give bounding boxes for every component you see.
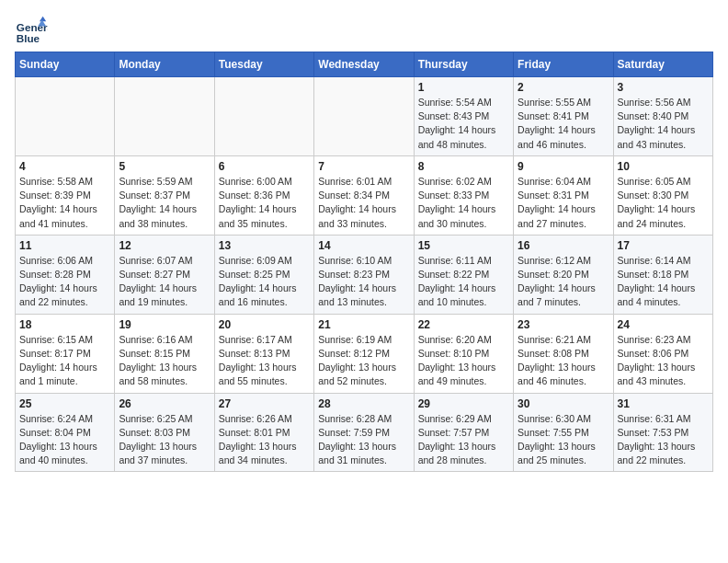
day-number: 23 — [518, 318, 609, 331]
weekday-header-friday: Friday — [514, 52, 613, 77]
calendar-cell: 23Sunrise: 6:21 AM Sunset: 8:08 PM Dayli… — [514, 314, 613, 393]
day-info: Sunrise: 6:00 AM Sunset: 8:36 PM Dayligh… — [219, 175, 310, 231]
day-number: 2 — [518, 81, 609, 94]
calendar-cell: 7Sunrise: 6:01 AM Sunset: 8:34 PM Daylig… — [314, 155, 414, 235]
day-info: Sunrise: 6:06 AM Sunset: 8:28 PM Dayligh… — [19, 254, 110, 310]
day-info: Sunrise: 6:20 AM Sunset: 8:10 PM Dayligh… — [418, 333, 509, 389]
day-number: 21 — [318, 318, 409, 331]
header: General Blue — [15, 15, 713, 48]
calendar-cell: 18Sunrise: 6:15 AM Sunset: 8:17 PM Dayli… — [16, 314, 115, 393]
day-number: 8 — [418, 160, 509, 173]
day-number: 30 — [518, 397, 609, 410]
day-number: 6 — [219, 160, 310, 173]
svg-text:Blue: Blue — [17, 32, 40, 44]
day-number: 22 — [418, 318, 509, 331]
day-number: 4 — [19, 160, 110, 173]
day-number: 31 — [618, 397, 709, 410]
calendar-cell: 13Sunrise: 6:09 AM Sunset: 8:25 PM Dayli… — [214, 235, 313, 314]
day-info: Sunrise: 6:26 AM Sunset: 8:01 PM Dayligh… — [219, 412, 310, 468]
weekday-header-monday: Monday — [115, 52, 214, 77]
day-number: 17 — [618, 239, 709, 252]
weekday-header-saturday: Saturday — [613, 52, 712, 77]
day-info: Sunrise: 6:19 AM Sunset: 8:12 PM Dayligh… — [318, 333, 409, 389]
calendar-cell: 2Sunrise: 5:55 AM Sunset: 8:41 PM Daylig… — [514, 77, 613, 156]
day-number: 12 — [119, 239, 210, 252]
day-info: Sunrise: 6:10 AM Sunset: 8:23 PM Dayligh… — [318, 254, 409, 310]
weekday-header-sunday: Sunday — [16, 52, 115, 77]
day-info: Sunrise: 6:04 AM Sunset: 8:31 PM Dayligh… — [518, 175, 609, 231]
day-number: 18 — [19, 318, 110, 331]
calendar-week-row: 18Sunrise: 6:15 AM Sunset: 8:17 PM Dayli… — [16, 314, 713, 393]
calendar-cell: 21Sunrise: 6:19 AM Sunset: 8:12 PM Dayli… — [314, 314, 414, 393]
day-number: 9 — [518, 160, 609, 173]
day-info: Sunrise: 6:12 AM Sunset: 8:20 PM Dayligh… — [518, 254, 609, 310]
calendar-cell: 4Sunrise: 5:58 AM Sunset: 8:39 PM Daylig… — [16, 155, 115, 235]
day-info: Sunrise: 6:01 AM Sunset: 8:34 PM Dayligh… — [318, 175, 409, 231]
calendar-cell: 16Sunrise: 6:12 AM Sunset: 8:20 PM Dayli… — [514, 235, 613, 314]
day-info: Sunrise: 6:25 AM Sunset: 8:03 PM Dayligh… — [119, 412, 210, 468]
day-info: Sunrise: 5:54 AM Sunset: 8:43 PM Dayligh… — [418, 96, 509, 152]
day-info: Sunrise: 6:30 AM Sunset: 7:55 PM Dayligh… — [518, 412, 609, 468]
calendar-cell: 11Sunrise: 6:06 AM Sunset: 8:28 PM Dayli… — [16, 235, 115, 314]
calendar-cell: 29Sunrise: 6:29 AM Sunset: 7:57 PM Dayli… — [414, 393, 513, 472]
day-number: 5 — [119, 160, 210, 173]
day-info: Sunrise: 6:09 AM Sunset: 8:25 PM Dayligh… — [219, 254, 310, 310]
day-info: Sunrise: 6:16 AM Sunset: 8:15 PM Dayligh… — [119, 333, 210, 389]
day-info: Sunrise: 6:15 AM Sunset: 8:17 PM Dayligh… — [19, 333, 110, 389]
calendar-cell: 31Sunrise: 6:31 AM Sunset: 7:53 PM Dayli… — [613, 393, 712, 472]
calendar-cell: 9Sunrise: 6:04 AM Sunset: 8:31 PM Daylig… — [514, 155, 613, 235]
day-info: Sunrise: 5:56 AM Sunset: 8:40 PM Dayligh… — [618, 96, 709, 152]
calendar-week-row: 1Sunrise: 5:54 AM Sunset: 8:43 PM Daylig… — [16, 77, 713, 156]
calendar-cell: 6Sunrise: 6:00 AM Sunset: 8:36 PM Daylig… — [214, 155, 313, 235]
day-number: 10 — [618, 160, 709, 173]
weekday-header-thursday: Thursday — [414, 52, 513, 77]
day-number: 24 — [618, 318, 709, 331]
day-info: Sunrise: 6:31 AM Sunset: 7:53 PM Dayligh… — [618, 412, 709, 468]
day-info: Sunrise: 6:05 AM Sunset: 8:30 PM Dayligh… — [618, 175, 709, 231]
day-number: 27 — [219, 397, 310, 410]
day-number: 3 — [618, 81, 709, 94]
calendar-cell — [16, 77, 115, 156]
day-info: Sunrise: 6:23 AM Sunset: 8:06 PM Dayligh… — [618, 333, 709, 389]
calendar-cell: 20Sunrise: 6:17 AM Sunset: 8:13 PM Dayli… — [214, 314, 313, 393]
day-number: 15 — [418, 239, 509, 252]
day-info: Sunrise: 5:58 AM Sunset: 8:39 PM Dayligh… — [19, 175, 110, 231]
day-number: 14 — [318, 239, 409, 252]
calendar-week-row: 25Sunrise: 6:24 AM Sunset: 8:04 PM Dayli… — [16, 393, 713, 472]
day-number: 11 — [19, 239, 110, 252]
logo-icon: General Blue — [15, 15, 48, 48]
calendar-cell: 12Sunrise: 6:07 AM Sunset: 8:27 PM Dayli… — [115, 235, 214, 314]
calendar-cell: 27Sunrise: 6:26 AM Sunset: 8:01 PM Dayli… — [214, 393, 313, 472]
day-number: 19 — [119, 318, 210, 331]
calendar-week-row: 4Sunrise: 5:58 AM Sunset: 8:39 PM Daylig… — [16, 155, 713, 235]
calendar-cell: 1Sunrise: 5:54 AM Sunset: 8:43 PM Daylig… — [414, 77, 513, 156]
calendar-cell: 26Sunrise: 6:25 AM Sunset: 8:03 PM Dayli… — [115, 393, 214, 472]
calendar-cell: 19Sunrise: 6:16 AM Sunset: 8:15 PM Dayli… — [115, 314, 214, 393]
day-info: Sunrise: 6:14 AM Sunset: 8:18 PM Dayligh… — [618, 254, 709, 310]
day-number: 26 — [119, 397, 210, 410]
calendar-cell: 8Sunrise: 6:02 AM Sunset: 8:33 PM Daylig… — [414, 155, 513, 235]
weekday-header-tuesday: Tuesday — [214, 52, 313, 77]
calendar-week-row: 11Sunrise: 6:06 AM Sunset: 8:28 PM Dayli… — [16, 235, 713, 314]
day-info: Sunrise: 5:59 AM Sunset: 8:37 PM Dayligh… — [119, 175, 210, 231]
calendar-cell: 25Sunrise: 6:24 AM Sunset: 8:04 PM Dayli… — [16, 393, 115, 472]
day-info: Sunrise: 6:24 AM Sunset: 8:04 PM Dayligh… — [19, 412, 110, 468]
day-number: 20 — [219, 318, 310, 331]
calendar-cell — [314, 77, 414, 156]
day-number: 1 — [418, 81, 509, 94]
calendar-cell: 5Sunrise: 5:59 AM Sunset: 8:37 PM Daylig… — [115, 155, 214, 235]
day-number: 13 — [219, 239, 310, 252]
calendar-cell: 17Sunrise: 6:14 AM Sunset: 8:18 PM Dayli… — [613, 235, 712, 314]
calendar-cell: 15Sunrise: 6:11 AM Sunset: 8:22 PM Dayli… — [414, 235, 513, 314]
day-info: Sunrise: 6:28 AM Sunset: 7:59 PM Dayligh… — [318, 412, 409, 468]
calendar-cell — [214, 77, 313, 156]
day-number: 16 — [518, 239, 609, 252]
weekday-header-wednesday: Wednesday — [314, 52, 414, 77]
day-info: Sunrise: 6:29 AM Sunset: 7:57 PM Dayligh… — [418, 412, 509, 468]
calendar-cell: 28Sunrise: 6:28 AM Sunset: 7:59 PM Dayli… — [314, 393, 414, 472]
day-info: Sunrise: 5:55 AM Sunset: 8:41 PM Dayligh… — [518, 96, 609, 152]
calendar-table: SundayMondayTuesdayWednesdayThursdayFrid… — [15, 52, 713, 472]
calendar-cell: 30Sunrise: 6:30 AM Sunset: 7:55 PM Dayli… — [514, 393, 613, 472]
day-number: 7 — [318, 160, 409, 173]
calendar-cell — [115, 77, 214, 156]
